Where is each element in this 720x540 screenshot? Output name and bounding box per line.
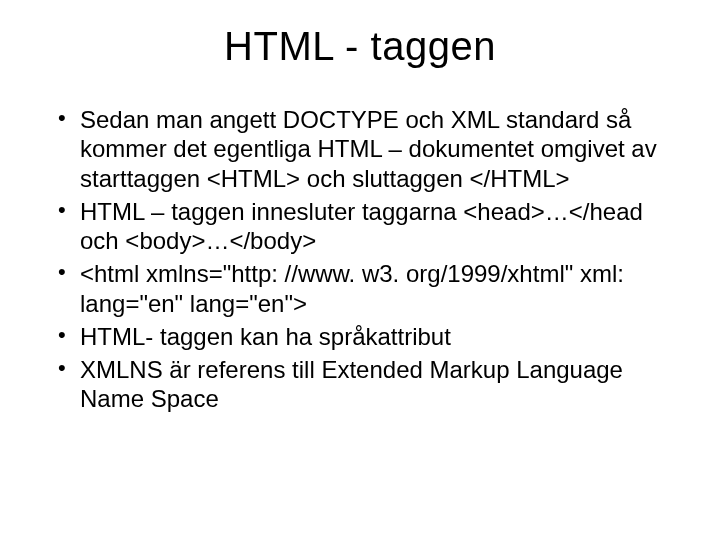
- list-item: HTML – taggen innesluter taggarna <head>…: [58, 197, 680, 256]
- list-item: HTML- taggen kan ha språkattribut: [58, 322, 680, 351]
- slide: HTML - taggen Sedan man angett DOCTYPE o…: [0, 0, 720, 540]
- list-item: Sedan man angett DOCTYPE och XML standar…: [58, 105, 680, 193]
- slide-title: HTML - taggen: [40, 24, 680, 69]
- bullet-list: Sedan man angett DOCTYPE och XML standar…: [40, 105, 680, 414]
- list-item: <html xmlns="http: //www. w3. org/1999/x…: [58, 259, 680, 318]
- list-item: XMLNS är referens till Extended Markup L…: [58, 355, 680, 414]
